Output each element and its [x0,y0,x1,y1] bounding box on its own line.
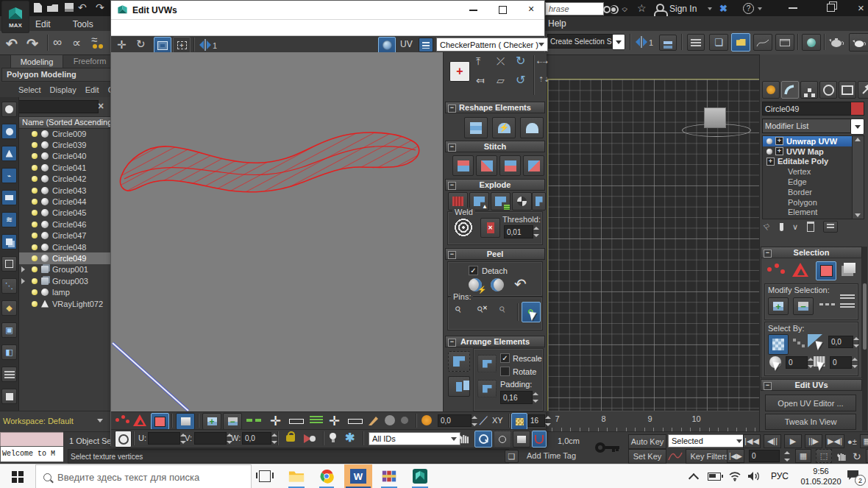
grid-snap-icon[interactable]: ▦ [860,434,868,448]
frame-number-field[interactable]: 0 [749,450,780,462]
filter-geometry-icon[interactable] [1,124,17,139]
explorer-menu-display[interactable]: Display [50,85,77,94]
max-logo-button[interactable]: MAX [1,1,29,33]
tray-clock[interactable]: 9:56 01.05.2020 [798,466,844,487]
uvw-close-icon[interactable]: × [528,3,534,15]
layer-manager-icon[interactable] [687,34,705,51]
collapse-icon[interactable] [764,382,772,390]
rendered-frame-window-icon[interactable] [849,33,868,52]
select-by-dots-icon[interactable] [793,339,796,342]
visibility-bulb-icon[interactable] [32,233,38,238]
unpin-all-icon[interactable]: ⚲ [497,304,508,315]
rotate-ccw-icon[interactable]: ↺ [516,73,525,87]
shrink-uv-selection-icon[interactable]: − [223,413,242,430]
help-dropdown-arrow[interactable] [758,7,762,10]
key-mode-dropdown[interactable]: Selected [668,434,746,448]
pack-full-icon[interactable] [477,380,497,397]
object-name-field[interactable]: Circle049 [762,102,853,116]
detach-checkbox[interactable] [469,266,478,275]
stitch-target-icon[interactable] [523,155,544,176]
element-mode-icon[interactable] [844,263,855,273]
visibility-bulb-icon[interactable] [32,244,38,250]
peel-mode-icon[interactable] [491,278,504,291]
brush-size-field[interactable]: 16 [527,414,545,427]
explorer-column-header[interactable]: Name (Sorted Ascending) [18,116,115,129]
list-item[interactable]: Circle040 [18,151,111,162]
list-item[interactable]: Circle009 [18,128,111,139]
redo-toolbar-icon[interactable]: ↷ [26,35,38,52]
filter-selected-faces-icon[interactable] [302,432,317,445]
chrome-icon[interactable] [319,469,334,484]
window-restore-icon[interactable] [827,4,835,12]
object-color-swatch[interactable] [850,102,864,116]
flatten-custom-icon[interactable] [532,192,546,211]
visibility-bulb-icon[interactable] [32,222,38,227]
move-h-icon[interactable]: ⤒ [476,55,480,68]
render-frame-teapot-icon[interactable] [828,35,844,48]
workspace-label[interactable]: Workspace: Default [3,417,74,425]
list-item[interactable]: Circle044 [18,196,111,207]
collapse-icon[interactable] [448,251,456,259]
pan-view-icon[interactable] [836,450,848,462]
target-weld-icon[interactable] [454,218,473,237]
uv-canvas[interactable] [111,52,443,411]
toggle-ribbon-icon[interactable]: ❏ [709,34,728,51]
filter-all-icon[interactable] [1,102,17,117]
winrar-icon[interactable] [381,469,397,484]
reshape-rollout-header[interactable]: Reshape Elements [445,102,545,113]
selection-rollout-header[interactable]: Selection [761,247,862,258]
u-field[interactable] [148,432,180,445]
communication-icon[interactable]: ⌔ [622,2,627,15]
reset-peel-icon[interactable]: ↶ [514,275,527,293]
modifier-expand-icon[interactable]: + [766,158,775,166]
set-key-button[interactable]: Set Key [628,449,666,464]
filter-blank-icon[interactable] [1,389,17,404]
modifier-stack-row[interactable]: + Element [763,208,853,218]
modifier-stack-row[interactable]: + Vertex [763,166,853,177]
list-item[interactable]: Circle042 [18,174,111,185]
unpin-tool-icon[interactable]: ⚲✕ [475,304,485,315]
quick-transform-icon[interactable]: + [449,61,470,82]
material-id-field[interactable]: 0 [830,356,852,369]
task-view-icon[interactable] [259,470,271,482]
filter-cameras-icon[interactable] [1,190,17,205]
next-key-icon[interactable]: ||▶ [805,434,822,448]
filter-shapes-icon[interactable] [1,146,17,161]
go-to-start-icon[interactable]: |◀◀ [743,434,761,448]
zoom-region-icon[interactable] [494,431,511,448]
tweak-in-view-button[interactable]: Tweak In View [765,414,856,430]
loop-dashes-icon[interactable] [819,303,836,305]
copy-prompt-icon[interactable]: ❏ [505,450,519,463]
search-binoculars-icon[interactable] [603,6,611,13]
modifier-stack-row[interactable]: + Polygon [763,197,853,208]
absolute-mode-icon[interactable] [115,431,132,448]
ribbon-section-polygon-modeling[interactable]: Polygon Modeling [1,68,116,82]
weld-threshold-field[interactable]: 0,01 [504,225,533,238]
curve-editor-icon[interactable] [753,34,772,51]
menu-tools[interactable]: Tools [67,19,99,29]
polygon-mode-icon[interactable] [816,261,836,280]
explorer-search-clear-icon[interactable]: × [98,100,104,112]
uvw-titlebar[interactable]: Edit UVWs × [111,1,544,20]
visibility-bulb-icon[interactable] [32,199,38,205]
uvw-minimize-icon[interactable] [469,10,477,11]
rotate-cw-icon[interactable]: ↻ [516,54,525,68]
soft-selection-falloff-field[interactable]: 0,0 [438,414,472,427]
visibility-bulb-icon[interactable] [32,131,38,137]
taskbar-search[interactable]: Введите здесь текст для поиска [35,464,252,488]
vertex-mode-icon[interactable] [767,267,772,272]
show-end-result-icon[interactable] [780,223,783,231]
align-icon[interactable] [659,35,677,51]
expand-arrow-icon[interactable] [21,266,25,272]
main-help-menu[interactable]: Help [548,18,566,29]
modifier-stack-row[interactable]: + UVW Map [763,146,853,157]
list-item[interactable]: Circle046 [18,219,111,230]
list-item[interactable]: VRayLight072 [18,298,111,309]
key-offset-icon[interactable]: ●± [847,437,857,446]
explorer-menu-select[interactable]: Select [18,85,41,94]
polygon-sub-icon[interactable] [151,413,169,430]
filter-groups-icon[interactable] [1,256,17,272]
collapse-icon[interactable] [448,182,456,190]
max-taskbar-icon[interactable] [412,468,428,484]
filter-list-icon[interactable] [1,367,17,382]
